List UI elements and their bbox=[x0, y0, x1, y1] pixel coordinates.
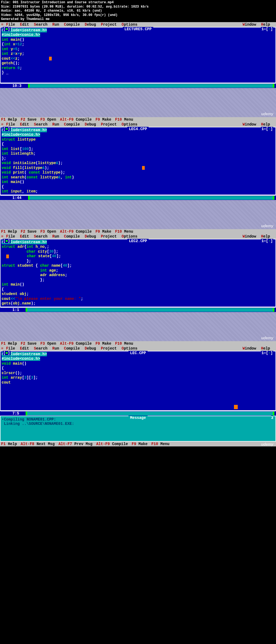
code-line: char state[40]; bbox=[2, 254, 274, 259]
editor-window[interactable]: [■] LEC.CPP 1═[↑] #include<iostream.h> #… bbox=[0, 351, 276, 411]
menu-window[interactable]: Window bbox=[243, 346, 256, 351]
menu-debug[interactable]: Debug bbox=[85, 22, 96, 27]
fkey-open[interactable]: F3 Open bbox=[40, 117, 56, 122]
status-line: 10:3 bbox=[0, 83, 276, 88]
window-number[interactable]: 1═[↑] bbox=[261, 351, 273, 355]
menu-project[interactable]: Project bbox=[101, 234, 117, 239]
fkey-make[interactable]: F9 Make bbox=[95, 341, 111, 346]
menu-search[interactable]: Search bbox=[34, 122, 47, 127]
menu-window[interactable]: Window bbox=[243, 22, 256, 27]
code-line: int main() bbox=[2, 38, 274, 42]
fkey-menu[interactable]: F10 Menu bbox=[115, 341, 133, 346]
system-menu-icon[interactable]: ≡ bbox=[1, 234, 3, 239]
size-label: Size: bbox=[1, 5, 11, 9]
fkey-help[interactable]: F1 Help bbox=[1, 341, 17, 346]
menu-debug[interactable]: Debug bbox=[85, 122, 96, 127]
fkey-save[interactable]: F2 Save bbox=[21, 341, 37, 346]
menu-edit[interactable]: Edit bbox=[20, 122, 29, 127]
menu-compile[interactable]: Compile bbox=[64, 122, 80, 127]
menu-file[interactable]: File bbox=[6, 234, 15, 239]
menu-project[interactable]: Project bbox=[101, 346, 117, 351]
fkey-compile[interactable]: Alt-F9 Compile bbox=[60, 341, 92, 346]
fkey-save[interactable]: F2 Save bbox=[21, 117, 37, 122]
menu-options[interactable]: Options bbox=[122, 346, 137, 351]
code-line: struct adr{int h_no,; bbox=[2, 245, 274, 249]
menu-file[interactable]: File bbox=[6, 122, 15, 127]
menu-window[interactable]: Window bbox=[243, 234, 256, 239]
fkey-next-msg[interactable]: Alt-F8 Next Msg bbox=[21, 442, 55, 446]
screenshot-2: ≡ File Edit Search Run Compile Debug Pro… bbox=[0, 122, 276, 234]
window-number[interactable]: 1═[↑] bbox=[261, 127, 273, 131]
desktop-area: udemy bbox=[0, 312, 276, 341]
function-key-bar: F1 Help F2 Save F3 Open Alt-F9 Compile F… bbox=[0, 117, 276, 122]
menu-edit[interactable]: Edit bbox=[20, 234, 29, 239]
editor-window[interactable]: [■] LEC2.CPP 1═[↑] #include<iostream.h> … bbox=[0, 239, 276, 307]
menu-window[interactable]: Window bbox=[243, 122, 256, 127]
menu-compile[interactable]: Compile bbox=[64, 22, 80, 27]
menu-search[interactable]: Search bbox=[34, 234, 47, 239]
window-close-icon[interactable]: [■] bbox=[3, 27, 11, 31]
window-number[interactable]: 1═[↑] bbox=[261, 239, 273, 243]
menu-search[interactable]: Search bbox=[34, 346, 47, 351]
horizontal-scrollbar[interactable] bbox=[26, 308, 274, 312]
message-window[interactable]: Message 3 •Compiling NONAME01.CPP: Linki… bbox=[0, 416, 276, 442]
menu-compile[interactable]: Compile bbox=[64, 346, 80, 351]
menu-run[interactable]: Run bbox=[52, 122, 59, 127]
menu-file[interactable]: File bbox=[6, 22, 15, 27]
horizontal-scrollbar[interactable] bbox=[28, 84, 274, 88]
editor-window[interactable]: [■] LECTURE5.CPP 1═[↑] #include<iostream… bbox=[0, 27, 276, 83]
code-line: char city[30]; bbox=[2, 249, 274, 254]
horizontal-scrollbar[interactable] bbox=[28, 196, 274, 200]
window-close-icon[interactable]: [■] bbox=[3, 127, 11, 131]
fkey-compile[interactable]: Alt-F9 Compile bbox=[60, 229, 92, 234]
menu-help[interactable]: Help bbox=[261, 122, 270, 127]
horizontal-scrollbar[interactable] bbox=[26, 412, 274, 415]
fkey-help[interactable]: F1 Help bbox=[1, 117, 17, 122]
fkey-menu[interactable]: F10 Menu bbox=[115, 117, 133, 122]
window-close-icon[interactable]: [■] bbox=[3, 239, 11, 243]
udemy-watermark: udemy bbox=[261, 112, 273, 116]
menu-run[interactable]: Run bbox=[52, 346, 59, 351]
menu-help[interactable]: Help bbox=[261, 22, 270, 27]
fkey-menu[interactable]: F10 Menu bbox=[151, 442, 169, 446]
fkey-prev-msg[interactable]: Alt-F7 Prev Msg bbox=[58, 442, 92, 446]
fkey-help[interactable]: F1 Help bbox=[1, 442, 17, 446]
menu-options[interactable]: Options bbox=[122, 122, 137, 127]
fkey-open[interactable]: F3 Open bbox=[40, 341, 56, 346]
code-line: student obj; bbox=[2, 292, 274, 297]
menu-project[interactable]: Project bbox=[101, 22, 117, 27]
menu-run[interactable]: Run bbox=[52, 234, 59, 239]
menu-help[interactable]: Help bbox=[261, 346, 270, 351]
window-close-icon[interactable]: [■] bbox=[3, 351, 11, 355]
fkey-menu[interactable]: F10 Menu bbox=[115, 229, 133, 234]
fkey-compile[interactable]: Alt-F9 Compile bbox=[96, 442, 128, 446]
message-title: Message bbox=[129, 416, 148, 420]
fkey-save[interactable]: F2 Save bbox=[21, 229, 37, 234]
fkey-make[interactable]: F9 Make bbox=[95, 229, 111, 234]
window-number[interactable]: 1═[↑] bbox=[261, 27, 273, 31]
fkey-make[interactable]: F9 Make bbox=[132, 442, 148, 446]
menu-debug[interactable]: Debug bbox=[85, 234, 96, 239]
menu-run[interactable]: Run bbox=[52, 22, 59, 27]
code-line: #include<conio.h> bbox=[2, 133, 274, 137]
menu-compile[interactable]: Compile bbox=[64, 234, 80, 239]
system-menu-icon[interactable]: ≡ bbox=[1, 22, 3, 27]
menu-options[interactable]: Options bbox=[122, 234, 137, 239]
code-line: }; bbox=[2, 259, 274, 264]
menu-help[interactable]: Help bbox=[261, 234, 270, 239]
fkey-compile[interactable]: Alt-F9 Compile bbox=[60, 117, 92, 122]
system-menu-icon[interactable]: ≡ bbox=[1, 122, 3, 127]
fkey-help[interactable]: F1 Help bbox=[1, 229, 17, 234]
menu-debug[interactable]: Debug bbox=[85, 346, 96, 351]
menu-search[interactable]: Search bbox=[34, 22, 47, 27]
menu-edit[interactable]: Edit bbox=[20, 346, 29, 351]
menu-file[interactable]: File bbox=[6, 346, 15, 351]
editor-window[interactable]: [■] LEC4.CPP 1═[↑] #include<iostream.h> … bbox=[0, 127, 276, 195]
fkey-open[interactable]: F3 Open bbox=[40, 229, 56, 234]
system-menu-icon[interactable]: ≡ bbox=[1, 346, 3, 351]
code-line: int array[3][3]; bbox=[2, 375, 274, 380]
menu-project[interactable]: Project bbox=[101, 122, 117, 127]
menu-edit[interactable]: Edit bbox=[20, 22, 29, 27]
fkey-make[interactable]: F9 Make bbox=[95, 117, 111, 122]
menu-options[interactable]: Options bbox=[122, 22, 137, 27]
